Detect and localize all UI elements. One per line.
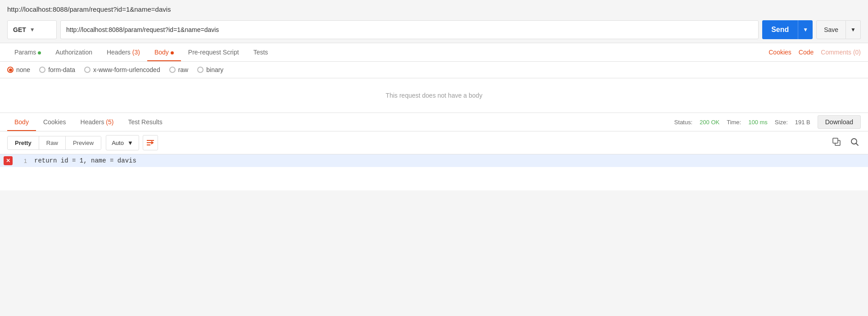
view-preview-button[interactable]: Preview: [66, 136, 101, 149]
size-label: Size:: [775, 119, 788, 126]
body-dot: [171, 51, 174, 54]
resp-tab-headers[interactable]: Headers (5): [73, 113, 121, 131]
wrap-icon: [146, 138, 155, 147]
params-dot: [38, 51, 41, 54]
search-icon: [850, 137, 859, 146]
method-label: GET: [13, 26, 26, 33]
send-button[interactable]: Send: [762, 20, 798, 39]
tab-authorization[interactable]: Authorization: [48, 43, 99, 61]
save-group: Save ▼: [816, 20, 861, 39]
radio-raw[interactable]: raw: [169, 66, 189, 73]
format-chevron-icon: ▼: [127, 140, 133, 146]
copy-icon: [832, 137, 841, 146]
request-tabs-row: Params Authorization Headers (3) Body Pr…: [0, 43, 868, 62]
save-dropdown-button[interactable]: ▼: [846, 20, 861, 39]
line-number-1: 1: [16, 158, 27, 164]
status-label: Status:: [674, 119, 692, 126]
time-label: Time:: [727, 119, 741, 126]
error-icon: ✕: [4, 156, 13, 165]
resp-tab-cookies[interactable]: Cookies: [36, 113, 73, 131]
tab-params[interactable]: Params: [7, 43, 48, 61]
view-raw-button[interactable]: Raw: [39, 136, 66, 149]
svg-rect-4: [833, 138, 838, 143]
code-line-1: ✕ 1 return id = 1, name = davis: [0, 154, 868, 167]
save-button[interactable]: Save: [816, 20, 846, 39]
url-input[interactable]: [60, 20, 759, 39]
request-row: GET ▼ Send ▼ Save ▼: [0, 17, 868, 43]
radio-binary-circle: [197, 67, 203, 73]
radio-none-circle: [7, 67, 14, 73]
method-chevron-icon: ▼: [30, 27, 35, 33]
radio-form-data[interactable]: form-data: [39, 66, 75, 73]
tab-pre-request[interactable]: Pre-request Script: [181, 43, 246, 61]
radio-form-data-circle: [39, 67, 45, 73]
code-area: ✕ 1 return id = 1, name = davis: [0, 154, 868, 190]
method-select[interactable]: GET ▼: [7, 20, 57, 39]
url-display: http://localhost:8088/param/request?id=1…: [7, 5, 171, 13]
radio-binary[interactable]: binary: [197, 66, 223, 73]
radio-raw-circle: [169, 67, 176, 73]
format-label: Auto: [112, 140, 124, 146]
resp-tab-test-results[interactable]: Test Results: [121, 113, 169, 131]
svg-line-6: [856, 143, 859, 145]
url-bar-area: http://localhost:8088/param/request?id=1…: [0, 0, 868, 17]
radio-urlencoded-circle: [84, 67, 90, 73]
send-group: Send ▼: [762, 20, 813, 39]
radio-none[interactable]: none: [7, 66, 30, 73]
view-options-row: Pretty Raw Preview Auto ▼: [0, 131, 868, 154]
tabs-right-links: Cookies Code Comments (0): [769, 49, 861, 56]
status-value: 200 OK: [700, 119, 719, 126]
response-status-area: Status: 200 OK Time: 100 ms Size: 191 B …: [674, 115, 861, 129]
send-dropdown-button[interactable]: ▼: [798, 20, 813, 39]
tab-headers[interactable]: Headers (3): [99, 43, 147, 61]
resp-tab-body[interactable]: Body: [7, 113, 36, 131]
comments-link[interactable]: Comments (0): [821, 49, 861, 56]
no-body-area: This request does not have a body: [0, 78, 868, 113]
time-value: 100 ms: [748, 119, 768, 126]
view-mode-group: Pretty Raw Preview: [7, 136, 101, 150]
tab-body[interactable]: Body: [147, 43, 181, 61]
cookies-link[interactable]: Cookies: [769, 49, 791, 56]
copy-button[interactable]: [830, 135, 843, 150]
wrap-button[interactable]: [143, 135, 158, 150]
tab-tests[interactable]: Tests: [246, 43, 276, 61]
size-value: 191 B: [795, 119, 810, 126]
code-link[interactable]: Code: [799, 49, 814, 56]
code-text-1: return id = 1, name = davis: [34, 157, 136, 164]
search-button[interactable]: [848, 135, 861, 150]
view-pretty-button[interactable]: Pretty: [8, 136, 39, 149]
radio-urlencoded[interactable]: x-www-form-urlencoded: [84, 66, 160, 73]
response-tabs-row: Body Cookies Headers (5) Test Results St…: [0, 113, 868, 131]
download-button[interactable]: Download: [818, 115, 861, 129]
no-body-message: This request does not have a body: [386, 92, 483, 99]
right-icons: [830, 135, 861, 150]
format-select[interactable]: Auto ▼: [106, 135, 139, 150]
body-type-row: none form-data x-www-form-urlencoded raw…: [0, 62, 868, 78]
